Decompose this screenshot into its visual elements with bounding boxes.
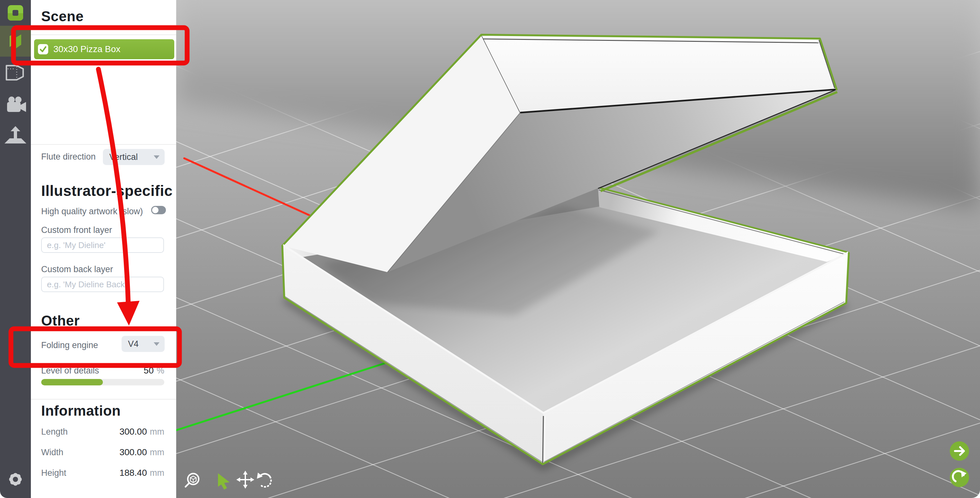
camera-icon[interactable] bbox=[0, 95, 31, 117]
proceed-button[interactable] bbox=[950, 441, 969, 461]
slider-fill bbox=[41, 379, 103, 385]
settings-gear-icon[interactable] bbox=[0, 470, 31, 490]
width-label: Width bbox=[41, 447, 119, 458]
checkmark-icon bbox=[38, 44, 48, 54]
divider bbox=[31, 399, 176, 399]
info-row-length: Length 300.00 mm bbox=[41, 426, 164, 437]
information-header: Information bbox=[41, 403, 121, 419]
flute-direction-value: Vertical bbox=[109, 152, 154, 162]
divider bbox=[31, 34, 176, 35]
folding-engine-value: V4 bbox=[128, 339, 154, 349]
viewport-3d[interactable] bbox=[176, 0, 980, 498]
height-unit: mm bbox=[150, 468, 164, 478]
high-quality-toggle[interactable] bbox=[151, 206, 166, 214]
illustrator-header: Illustrator-specific bbox=[41, 182, 173, 200]
scene-models-icon[interactable] bbox=[0, 30, 31, 53]
level-of-details-value: 50 bbox=[144, 366, 154, 376]
level-of-details-row: Level of details 50 % bbox=[41, 366, 164, 376]
scene-item-pizza-box[interactable]: 30x30 Pizza Box bbox=[34, 39, 174, 59]
custom-front-layer-input[interactable] bbox=[41, 238, 164, 253]
other-header: Other bbox=[41, 313, 80, 329]
properties-panel: Scene 30x30 Pizza Box Flute direction Ve… bbox=[31, 0, 176, 498]
level-of-details-unit: % bbox=[157, 366, 164, 376]
high-quality-label: High quality artwork (slow) bbox=[41, 206, 143, 217]
height-label: Height bbox=[41, 468, 119, 478]
sidebar-rail bbox=[0, 0, 31, 498]
reload-button[interactable] bbox=[950, 468, 969, 487]
application-window: Scene 30x30 Pizza Box Flute direction Ve… bbox=[0, 0, 980, 498]
length-label: Length bbox=[41, 427, 119, 437]
chevron-down-icon bbox=[154, 155, 159, 159]
custom-back-layer-input[interactable] bbox=[41, 277, 164, 292]
width-value: 300.00 bbox=[119, 447, 147, 458]
app-logo-icon[interactable] bbox=[0, 3, 31, 28]
level-of-details-label: Level of details bbox=[41, 366, 144, 376]
scene-header: Scene bbox=[41, 8, 84, 24]
info-row-width: Width 300.00 mm bbox=[41, 447, 164, 458]
info-row-height: Height 188.40 mm bbox=[41, 468, 164, 478]
folding-engine-dropdown[interactable]: V4 bbox=[121, 336, 165, 352]
dielines-icon[interactable] bbox=[0, 62, 31, 83]
length-value: 300.00 bbox=[119, 426, 147, 437]
flute-direction-dropdown[interactable]: Vertical bbox=[103, 149, 165, 165]
scene-item-label: 30x30 Pizza Box bbox=[53, 44, 121, 54]
length-unit: mm bbox=[150, 427, 164, 437]
width-unit: mm bbox=[150, 447, 164, 458]
viewport-canvas[interactable] bbox=[176, 0, 980, 498]
flute-direction-label: Flute direction bbox=[41, 152, 96, 162]
export-icon[interactable] bbox=[0, 126, 31, 147]
toggle-knob bbox=[152, 207, 159, 213]
height-value: 188.40 bbox=[119, 468, 147, 478]
custom-front-layer-label: Custom front layer bbox=[41, 225, 112, 235]
custom-back-layer-label: Custom back layer bbox=[41, 265, 113, 275]
scene-item-checkbox[interactable] bbox=[38, 44, 48, 54]
chevron-down-icon bbox=[154, 342, 159, 346]
divider bbox=[31, 144, 176, 145]
folding-engine-label: Folding engine bbox=[41, 340, 98, 350]
level-of-details-slider[interactable] bbox=[41, 379, 164, 385]
